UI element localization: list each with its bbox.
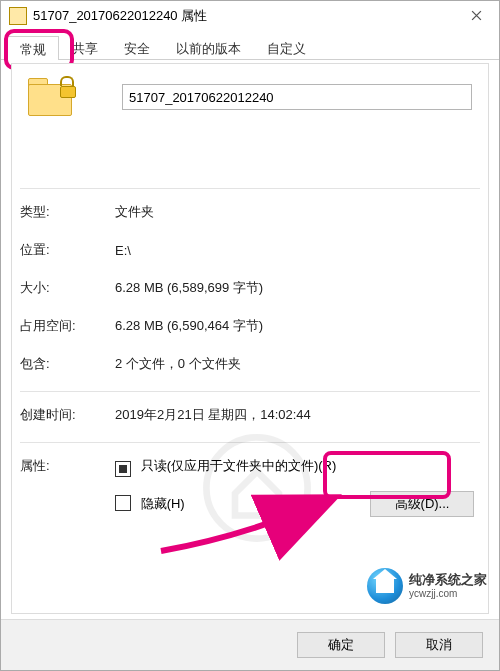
- folder-locked-icon: [28, 78, 72, 118]
- separator: [20, 188, 480, 189]
- tab-custom[interactable]: 自定义: [254, 35, 319, 59]
- separator: [20, 442, 480, 443]
- close-icon: [471, 10, 482, 21]
- contains-label: 包含:: [12, 355, 115, 373]
- readonly-checkbox[interactable]: [115, 461, 131, 477]
- location-value: E:\: [115, 243, 131, 258]
- type-value: 文件夹: [115, 203, 154, 221]
- ok-button[interactable]: 确定: [297, 632, 385, 658]
- contains-value: 2 个文件，0 个文件夹: [115, 355, 241, 373]
- size-label: 大小:: [12, 279, 115, 297]
- tab-previous-versions[interactable]: 以前的版本: [163, 35, 254, 59]
- readonly-checkbox-row[interactable]: 只读(仅应用于文件夹中的文件)(R): [115, 457, 488, 477]
- hidden-label: 隐藏(H): [141, 496, 185, 511]
- properties-dialog: 51707_20170622012240 属性 常规 共享 安全 以前的版本 自…: [0, 0, 500, 671]
- tab-panel-general: 类型: 文件夹 位置: E:\ 大小: 6.28 MB (6,589,699 字…: [11, 63, 489, 614]
- location-label: 位置:: [12, 241, 115, 259]
- titlebar: 51707_20170622012240 属性: [1, 1, 499, 31]
- size-on-disk-label: 占用空间:: [12, 317, 115, 335]
- hidden-checkbox-row[interactable]: 隐藏(H): [115, 495, 185, 513]
- attributes-label: 属性:: [12, 457, 115, 475]
- dialog-button-bar: 确定 取消: [1, 619, 499, 670]
- size-on-disk-value: 6.28 MB (6,590,464 字节): [115, 317, 263, 335]
- tab-share[interactable]: 共享: [59, 35, 111, 59]
- size-value: 6.28 MB (6,589,699 字节): [115, 279, 263, 297]
- window-title: 51707_20170622012240 属性: [33, 7, 207, 25]
- readonly-label: 只读(仅应用于文件夹中的文件)(R): [141, 458, 337, 473]
- hidden-checkbox[interactable]: [115, 495, 131, 511]
- advanced-button[interactable]: 高级(D)...: [370, 491, 474, 517]
- folder-icon: [9, 7, 27, 25]
- created-label: 创建时间:: [12, 406, 115, 424]
- close-button[interactable]: [454, 1, 499, 29]
- tab-general[interactable]: 常规: [7, 36, 59, 60]
- cancel-button[interactable]: 取消: [395, 632, 483, 658]
- tab-bar: 常规 共享 安全 以前的版本 自定义: [1, 31, 499, 60]
- created-value: 2019年2月21日 星期四，14:02:44: [115, 406, 311, 424]
- separator: [20, 391, 480, 392]
- type-label: 类型:: [12, 203, 115, 221]
- folder-name-input[interactable]: [122, 84, 472, 110]
- tab-security[interactable]: 安全: [111, 35, 163, 59]
